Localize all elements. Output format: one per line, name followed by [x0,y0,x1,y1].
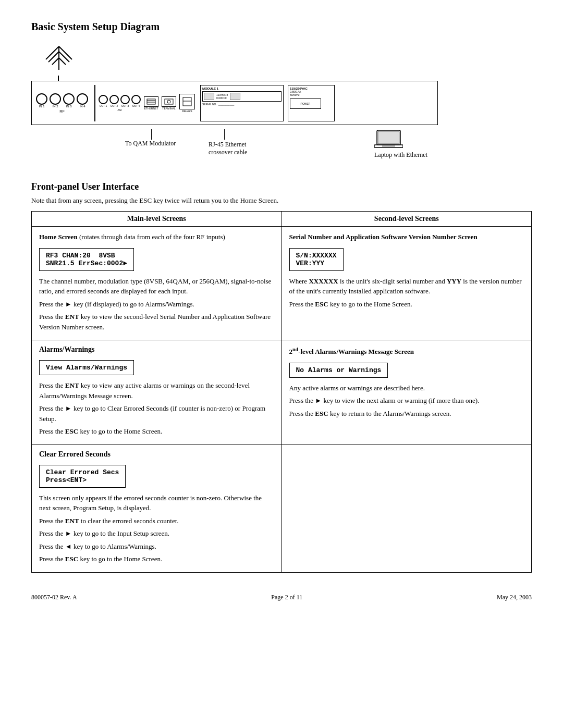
alarms-body-1: Press the ENT key to view any active ala… [39,380,274,401]
2nd-alarms-body-1: Any active alarms or warnings are descri… [289,383,524,393]
2nd-alarms-screen-box: No Alarms or Warnings [289,363,388,378]
antenna-icon [41,41,77,72]
table-row: Home Screen (rotates through data from e… [32,227,532,340]
qam-label: To QAM Modulator [125,140,176,147]
front-panel-title: Front-panel User Interface [31,181,532,192]
table-row: Clear Errored Seconds Clear Errored Secs… [32,445,532,572]
out-port-3 [120,95,130,104]
svg-rect-17 [382,145,395,147]
module-section: MODULE 1 12345678 0.000:00 SERIAL NO.: _… [200,85,284,121]
rj45-line [224,129,225,140]
clear-err-screen-box: Clear Errored Secs Press<ENT> [39,465,126,488]
input-port-2 [50,93,61,105]
footer-left: 800057-02 Rev. A [31,594,77,601]
svg-rect-12 [183,97,191,106]
footer-center: Page 2 of 11 [271,594,302,601]
col2-header: Second-level Screens [282,212,532,227]
alarms-body-2: Press the ► key to go to Clear Errored S… [39,403,274,424]
screens-table: Main-level Screens Second-level Screens … [31,211,532,573]
relay-section: RELAYS [179,94,195,113]
home-body-1: The channel number, modulation type (8VS… [39,276,274,297]
note-text: Note that from any screen, pressing the … [31,196,532,205]
alarms-screen-box: View Alarms/Warnings [39,360,134,375]
svg-rect-15 [378,131,399,144]
input-port-3 [63,93,75,105]
alarms-body-3: Press the ESC key to go to the Home Scre… [39,426,274,437]
out-port-1 [99,95,108,104]
laptop-section: Laptop with Ethernet [374,129,427,159]
empty-cell [282,445,532,572]
page-title: Basic System Setup Diagram [31,21,532,33]
svg-line-3 [48,52,59,62]
home-screen-box: RF3 CHAN:20 8VSB SNR21.5 ErrSec:0002► [39,248,134,271]
serial-screen-intro: Serial Number and Application Software V… [289,232,524,242]
out-port-2 [109,95,119,104]
diagram-section: IN 1 IN 2 IN 3 IN 4 RF [31,41,532,166]
col1-header: Main-level Screens [32,212,282,227]
out-port-4 [131,95,141,104]
terminal-port [162,96,176,107]
alarms-subsection-title: Alarms/Warnings [39,346,274,354]
home-body-3: Press the ENT key to view the second-lev… [39,312,274,332]
serial-body-2: Press the ESC key to go to the Home Scre… [289,299,524,310]
clear-err-body-3: Press the ► key to go to the Input Setup… [39,528,274,539]
serial-screen-box: S/N:XXXXXX VER:YYY [289,248,344,271]
serial-body-1: Where XXXXXX is the unit's six-digit ser… [289,276,524,297]
clear-err-title: Clear Errored Seconds [39,450,274,459]
svg-line-6 [59,58,66,65]
rj45-label: RJ-45 Ethernet crossover cable [209,141,247,156]
clear-err-body-1: This screen only appears if the errored … [39,493,274,513]
home-body-2: Press the ► key (if displayed) to go to … [39,299,274,310]
laptop-icon [374,129,403,149]
clear-err-body-4: Press the ◄ key to go to Alarms/Warnings… [39,541,274,552]
footer-right: May 24, 2003 [497,594,532,601]
front-panel-section: Front-panel User Interface Note that fro… [31,181,532,573]
2nd-alarms-title: 2nd-level Alarms/Warnings Message Screen [289,346,524,357]
input-port-4 [77,93,88,105]
clear-err-body-5: Press the ESC key to go to the Home Scre… [39,554,274,564]
svg-line-5 [52,58,59,65]
table-row: Alarms/Warnings View Alarms/Warnings Pre… [32,340,532,445]
svg-point-11 [167,100,170,103]
power-section: 115/230VAC 0.80/0.4A 50/60Hz POWER [288,85,335,121]
input-port-1 [36,93,47,105]
2nd-alarms-body-2: Press the ► key to view the next alarm o… [289,396,524,406]
clear-err-body-2: Press the ENT to clear the errored secon… [39,516,274,526]
ethernet-port [144,96,158,107]
qam-line [151,129,152,140]
device-diagram: IN 1 IN 2 IN 3 IN 4 RF [31,81,438,125]
2nd-alarms-body-3: Press the ESC key to return to the Alarm… [289,409,524,419]
divider-1 [94,85,95,121]
svg-line-4 [59,52,69,62]
svg-rect-7 [147,99,155,104]
page-footer: 800057-02 Rev. A Page 2 of 11 May 24, 20… [31,588,532,601]
home-screen-intro: Home Screen (rotates through data from e… [39,232,274,242]
